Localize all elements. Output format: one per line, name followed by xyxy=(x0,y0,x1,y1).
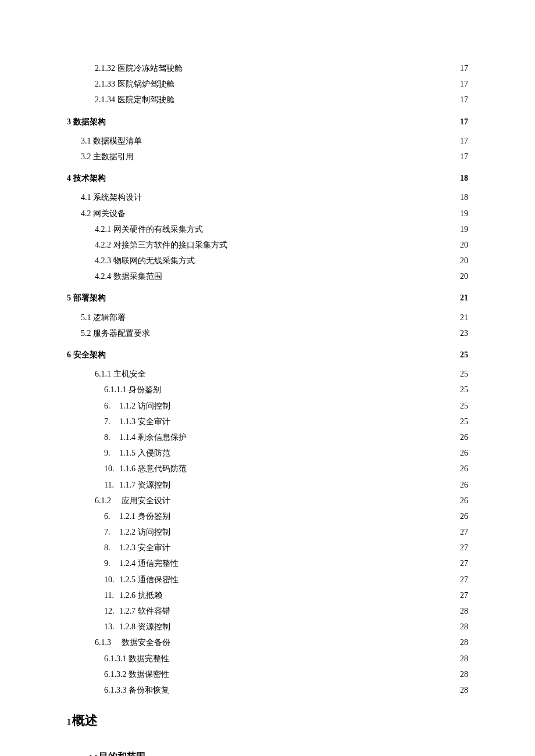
toc-entry[interactable]: 6.1.1.2 访问控制25 xyxy=(67,399,468,413)
toc-page-number: 20 xyxy=(460,269,468,284)
toc-entry[interactable]: 6.1.2.1 身份鉴别26 xyxy=(67,509,468,524)
toc-entry[interactable]: 7.1.2.2 访问控制27 xyxy=(67,525,468,539)
toc-page-number: 27 xyxy=(460,572,468,587)
toc-page-number: 20 xyxy=(460,253,468,268)
toc-leader-dots xyxy=(176,78,459,87)
toc-page-number: 26 xyxy=(460,509,468,524)
toc-entry[interactable]: 3.1 数据模型清单17 xyxy=(67,134,468,148)
toc-label: 6.1.1.1 身份鉴别 xyxy=(104,382,161,397)
toc-label: 10.1.2.5 通信保密性 xyxy=(104,572,179,587)
toc-page-number: 17 xyxy=(460,114,468,129)
toc-leader-dots xyxy=(163,271,459,279)
toc-entry[interactable]: 4.2.1 网关硬件的有线采集方式19 xyxy=(67,222,468,237)
toc-leader-dots xyxy=(172,526,459,535)
toc-page-number: 26 xyxy=(460,430,468,445)
toc-entry[interactable]: 4.2 网关设备19 xyxy=(67,206,468,221)
toc-entry[interactable]: 5.1 逻辑部署21 xyxy=(67,310,468,325)
toc-entry[interactable]: 2.1.32 医院冷冻站驾驶舱17 xyxy=(67,61,468,76)
toc-entry[interactable]: 8.1.1.4 剩余信息保护26 xyxy=(67,430,468,445)
toc-entry[interactable]: 3.2 主数据引用17 xyxy=(67,149,468,164)
toc-entry[interactable]: 11.1.1.7 资源控制26 xyxy=(67,478,468,492)
toc-entry[interactable]: 6.1.1.1 身份鉴别25 xyxy=(67,382,468,397)
toc-entry[interactable]: 4.1 系统架构设计18 xyxy=(67,190,468,205)
toc-leader-dots xyxy=(188,463,459,471)
toc-entry[interactable]: 6.1.3.2 数据保密性28 xyxy=(67,667,468,682)
toc-list-number: 6. xyxy=(104,399,119,413)
toc-page-number: 27 xyxy=(460,556,468,571)
toc-entry[interactable]: 2.1.34 医院定制驾驶舱17 xyxy=(67,92,468,107)
toc-label: 10.1.1.6 恶意代码防范 xyxy=(104,461,187,476)
toc-page-number: 28 xyxy=(460,604,468,618)
toc-label: 6.1.3.2 数据保密性 xyxy=(104,667,169,682)
toc-page-number: 27 xyxy=(460,540,468,555)
toc-entry[interactable]: 11.1.2.6 抗抵赖27 xyxy=(67,588,468,603)
toc-label: 4.1 系统架构设计 xyxy=(81,190,142,205)
toc-label: 11.1.1.7 资源控制 xyxy=(104,478,170,492)
toc-entry[interactable]: 6.1.3.3 备份和恢复28 xyxy=(67,683,468,697)
toc-label: 6.1.1 主机安全 xyxy=(95,367,146,381)
toc-entry[interactable]: 12.1.2.7 软件容错28 xyxy=(67,604,468,618)
toc-entry[interactable]: 3 数据架构17 xyxy=(67,114,468,129)
toc-page-number: 18 xyxy=(460,190,468,205)
toc-entry[interactable]: 4.2.4 数据采集范围20 xyxy=(67,269,468,284)
toc-entry[interactable]: 6.1.1 主机安全25 xyxy=(67,367,468,381)
toc-leader-dots xyxy=(172,495,459,503)
toc-entry[interactable]: 9.1.1.5 入侵防范26 xyxy=(67,446,468,460)
toc-leader-dots xyxy=(188,432,459,440)
toc-leader-dots xyxy=(172,621,459,629)
heading-1-number: 1 xyxy=(67,718,71,726)
toc-page-number: 23 xyxy=(460,326,468,341)
toc-label: 3.2 主数据引用 xyxy=(81,149,134,164)
toc-entry[interactable]: 5.2 服务器配置要求23 xyxy=(67,326,468,341)
toc-leader-dots xyxy=(143,192,459,200)
toc-list-number: 7. xyxy=(104,525,119,539)
toc-label: 5 部署架构 xyxy=(67,291,106,305)
toc-entry[interactable]: 9.1.2.4 通信完整性27 xyxy=(67,556,468,571)
toc-leader-dots xyxy=(170,669,459,677)
toc-label: 12.1.2.7 软件容错 xyxy=(104,604,170,618)
toc-page-number: 28 xyxy=(460,667,468,682)
toc-entry[interactable]: 7.1.1.3 安全审计25 xyxy=(67,414,468,429)
toc-entry[interactable]: 4.2.2 对接第三方软件的接口采集方式20 xyxy=(67,238,468,252)
toc-page-number: 27 xyxy=(460,525,468,539)
toc-page-number: 19 xyxy=(460,206,468,221)
toc-entry[interactable]: 6 安全架构25 xyxy=(67,347,468,362)
toc-page-number: 25 xyxy=(460,414,468,429)
toc-entry[interactable]: 6.1.2 应用安全设计26 xyxy=(67,493,468,508)
toc-leader-dots xyxy=(204,224,459,232)
toc-entry[interactable]: 4 技术架构18 xyxy=(67,171,468,185)
toc-list-number: 9. xyxy=(104,446,119,460)
toc-label: 7.1.1.3 安全审计 xyxy=(104,414,170,429)
heading-1-1-text: 目的和范围 xyxy=(99,751,145,756)
toc-list-number: 9. xyxy=(104,556,119,571)
toc-entry[interactable]: 6.1.3.1 数据完整性28 xyxy=(67,651,468,666)
toc-page-number: 17 xyxy=(460,77,468,91)
toc-entry[interactable]: 2.1.33 医院锅炉驾驶舱17 xyxy=(67,77,468,91)
toc-page-number: 17 xyxy=(460,134,468,148)
toc-leader-dots xyxy=(107,116,459,124)
toc-leader-dots xyxy=(172,511,459,519)
toc-entry[interactable]: 5 部署架构21 xyxy=(67,291,468,305)
toc-label: 13.1.2.8 资源控制 xyxy=(104,619,170,634)
toc-entry[interactable]: 8.1.2.3 安全审计27 xyxy=(67,540,468,555)
toc-label: 6.1.3.1 数据完整性 xyxy=(104,651,169,666)
toc-leader-dots xyxy=(135,151,459,159)
toc-leader-dots xyxy=(170,685,459,693)
toc-entry[interactable]: 10.1.2.5 通信保密性27 xyxy=(67,572,468,587)
toc-label: 6.1.2.1 身份鉴别 xyxy=(104,509,170,524)
toc-label: 6 安全架构 xyxy=(67,347,106,362)
toc-entry[interactable]: 4.2.3 物联网的无线采集方式20 xyxy=(67,253,468,268)
toc-entry[interactable]: 13.1.2.8 资源控制28 xyxy=(67,619,468,634)
heading-1: 1概述 xyxy=(67,709,468,732)
toc-label: 4 技术架构 xyxy=(67,171,106,185)
toc-entry[interactable]: 6.1.3 数据安全备份28 xyxy=(67,635,468,650)
toc-page-number: 21 xyxy=(460,310,468,325)
toc-list-number: 11. xyxy=(104,478,119,492)
toc-entry[interactable]: 10.1.1.6 恶意代码防范26 xyxy=(67,461,468,476)
toc-label: 8.1.1.4 剩余信息保护 xyxy=(104,430,187,445)
toc-leader-dots xyxy=(180,558,459,566)
toc-page-number: 17 xyxy=(460,61,468,76)
toc-label: 2.1.34 医院定制驾驶舱 xyxy=(95,92,174,107)
toc-label: 6.1.3 数据安全备份 xyxy=(95,635,170,650)
toc-label: 4.2 网关设备 xyxy=(81,206,126,221)
